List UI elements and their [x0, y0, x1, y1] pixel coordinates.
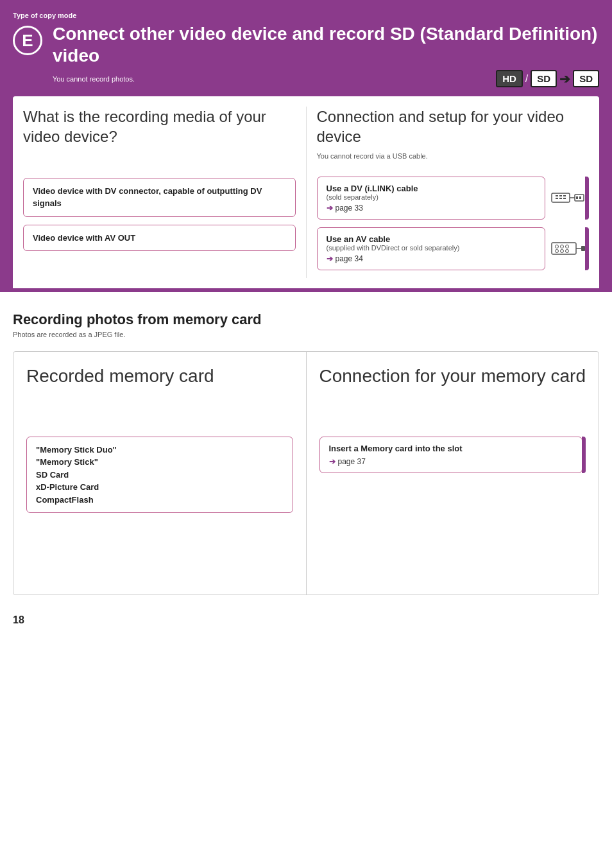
av-cable-svg — [550, 239, 586, 258]
left-col-heading: What is the recording media of your vide… — [23, 107, 296, 146]
av-cable-title: Use an AV cable — [327, 234, 536, 244]
dv-connector-icon — [545, 177, 586, 220]
av-connector-icon — [545, 227, 586, 270]
purple-bar-av — [585, 227, 589, 270]
subtitle-row: You cannot record photos. HD / SD ➔ SD — [53, 70, 599, 87]
connection-memory-col: Connection for your memory card Insert a… — [307, 352, 599, 595]
insert-page-text: page 37 — [338, 457, 366, 466]
sd-badge-2: SD — [573, 70, 599, 87]
dv-cable-svg — [550, 188, 586, 207]
page-number-container: 18 — [0, 608, 612, 632]
svg-rect-10 — [579, 196, 581, 199]
svg-point-12 — [556, 245, 559, 248]
av-page-link: ➔ page 34 — [327, 254, 536, 263]
svg-point-13 — [561, 245, 564, 248]
bottom-section: Recording photos from memory card Photos… — [0, 292, 612, 608]
svg-rect-1 — [556, 195, 558, 196]
content-card: What is the recording media of your vide… — [13, 96, 599, 288]
right-col-subtext: You cannot record via a USB cable. — [317, 152, 590, 160]
svg-rect-4 — [556, 198, 558, 199]
svg-point-15 — [556, 250, 559, 253]
main-title: Connect other video device and record SD… — [53, 23, 599, 66]
svg-point-17 — [566, 250, 569, 253]
svg-rect-2 — [559, 195, 562, 196]
arrow-icon: ➔ — [559, 71, 570, 87]
purple-bar-dv — [585, 177, 589, 220]
av-device-box: Video device with AV OUT — [23, 225, 296, 252]
av-cable-subtitle: (supplied with DVDirect or sold separate… — [327, 244, 536, 252]
hd-badge: HD — [496, 70, 523, 87]
two-column-layout: What is the recording media of your vide… — [23, 107, 589, 277]
e-badge: E — [13, 26, 42, 55]
slash-separator: / — [525, 73, 528, 85]
arrow-bullet-icon: ➔ — [327, 204, 333, 213]
svg-rect-11 — [552, 243, 576, 254]
svg-rect-6 — [563, 198, 566, 199]
svg-point-16 — [561, 250, 564, 253]
cannot-record-text: You cannot record photos. — [53, 75, 135, 83]
sd-badge-1: SD — [531, 70, 557, 87]
dv-page-link: ➔ page 33 — [327, 204, 536, 213]
memory-line-4: xD-Picture Card — [36, 481, 284, 494]
jpeg-subtext: Photos are recorded as a JPEG file. — [13, 331, 599, 338]
dv-page-text: page 33 — [336, 204, 363, 213]
svg-rect-3 — [563, 195, 566, 196]
memory-line-5: CompactFlash — [36, 494, 284, 507]
right-col-heading: Connection and setup for your video devi… — [317, 107, 590, 146]
header-text-block: Connect other video device and record SD… — [53, 23, 599, 87]
memory-stick-duo: "Memory Stick Duo" "Memory Stick" SD Car… — [36, 444, 284, 507]
arrow-bullet-icon-2: ➔ — [327, 254, 333, 263]
left-column: What is the recording media of your vide… — [23, 107, 306, 277]
memory-line-1: "Memory Stick Duo" — [36, 444, 284, 456]
hd-sd-badge: HD / SD ➔ SD — [496, 70, 599, 87]
insert-memory-box: Insert a Memory card into the slot ➔ pag… — [319, 437, 583, 473]
top-section: Type of copy mode E Connect other video … — [0, 0, 612, 288]
insert-memory-title: Insert a Memory card into the slot — [329, 444, 574, 453]
copy-mode-label: Type of copy mode — [13, 12, 599, 19]
svg-rect-9 — [576, 196, 578, 199]
memory-line-2: "Memory Stick" — [36, 456, 284, 469]
arrow-bullet-icon-3: ➔ — [329, 457, 336, 466]
dv-device-box: Video device with DV connector, capable … — [23, 178, 296, 217]
recorded-memory-col: Recorded memory card "Memory Stick Duo" … — [13, 352, 307, 595]
page-number: 18 — [13, 614, 24, 625]
svg-rect-5 — [559, 198, 562, 199]
dv-cable-title: Use a DV (i.LINK) cable — [327, 184, 536, 193]
dv-cable-subtitle: (sold separately) — [327, 193, 536, 201]
connection-memory-heading: Connection for your memory card — [319, 365, 586, 388]
recorded-memory-heading: Recorded memory card — [26, 365, 293, 388]
recording-photos-title: Recording photos from memory card — [13, 311, 599, 328]
svg-point-14 — [566, 245, 569, 248]
dv-cable-box: Use a DV (i.LINK) cable (sold separately… — [317, 177, 546, 220]
av-cable-box: Use an AV cable (supplied with DVDirect … — [317, 227, 546, 270]
memory-types-box: "Memory Stick Duo" "Memory Stick" SD Car… — [26, 437, 293, 514]
purple-bar-memory — [582, 437, 586, 473]
header-row: E Connect other video device and record … — [13, 23, 599, 87]
dv-device-text: Video device with DV connector, capable … — [33, 185, 286, 210]
memory-line-3: SD Card — [36, 469, 284, 482]
memory-card-layout: Recorded memory card "Memory Stick Duo" … — [13, 351, 599, 595]
insert-page-link: ➔ page 37 — [329, 457, 574, 466]
av-device-text: Video device with AV OUT — [33, 232, 286, 245]
av-page-text: page 34 — [336, 254, 363, 263]
right-column: Connection and setup for your video devi… — [306, 107, 590, 277]
